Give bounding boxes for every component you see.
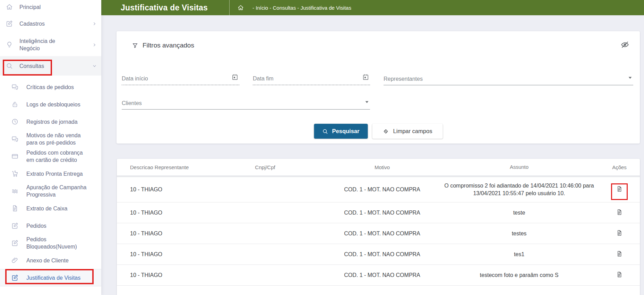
cell-assunto: teste — [439, 209, 599, 217]
chat-icon — [11, 135, 19, 143]
sidebar-item-inteligencia-de-negocio[interactable]: Inteligência de Negócio — [0, 33, 101, 56]
view-justification-button[interactable] — [616, 250, 623, 257]
sidebar-item-label: Inteligência de Negócio — [19, 37, 71, 52]
lightbulb-icon — [6, 41, 13, 49]
clock-icon — [11, 118, 19, 125]
chevron-right-icon — [93, 43, 96, 47]
breadcrumb: - Início - Consultas - Justificativa de … — [252, 5, 351, 11]
date-end-input[interactable] — [253, 70, 370, 85]
sidebar-item-label: Consultas — [19, 62, 71, 70]
credit-card-icon — [11, 153, 19, 160]
calendar-icon[interactable] — [231, 73, 239, 81]
sidebar-item-label: Pedidos — [26, 222, 92, 229]
sidebar-item-pedidos-cartao-credito[interactable]: Pedidos com cobrança em cartão de crédit… — [0, 148, 101, 165]
sidebar-item-principal[interactable]: Principal — [0, 0, 101, 14]
search-icon — [322, 128, 328, 135]
calendar-icon[interactable] — [362, 73, 369, 81]
filter-funnel-icon — [132, 42, 138, 49]
representatives-input[interactable] — [384, 70, 633, 85]
date-start-field[interactable] — [122, 70, 239, 85]
search-button[interactable]: Pesquisar — [314, 124, 368, 139]
sidebar-item-label: Anexo de Cliente — [26, 257, 92, 264]
caret-down-icon[interactable] — [628, 76, 633, 80]
page-header: Justificativa de Visitas - Início - Cons… — [101, 0, 644, 15]
advanced-filters-panel: Filtros avançados Pesquisar Limp — [117, 31, 640, 144]
sidebar-item-consultas[interactable]: Consultas — [0, 56, 101, 76]
view-justification-button[interactable] — [616, 229, 623, 236]
results-table: Descricao Representante Cnpj/Cpf Motivo … — [117, 159, 640, 295]
chevron-down-icon — [93, 64, 96, 68]
view-justification-button[interactable] — [616, 271, 623, 278]
sidebar-item-justificativa-de-visitas[interactable]: Justificativa de Visitas — [0, 269, 101, 286]
date-start-input[interactable] — [122, 70, 239, 85]
caret-down-icon[interactable] — [364, 101, 369, 104]
sidebar-item-label: Extrato de Caixa — [26, 205, 92, 212]
sidebar-item-motivos-de-nao-venda[interactable]: Motivos de não venda para os pré-pedidos — [0, 130, 101, 148]
cell-motivo: COD. 1 - MOT. NAO COMPRA — [325, 251, 439, 258]
sidebar-item-registros-de-jornada[interactable]: Registros de jornada — [0, 113, 101, 130]
view-justification-button[interactable] — [616, 185, 623, 192]
sidebar-item-anexo-de-cliente[interactable]: Anexo de Cliente — [0, 252, 101, 269]
cell-representante: 10 - THIAGO — [117, 210, 205, 216]
table-row: 10 - THIAGO COD. 1 - MOT. NAO COMPRA tes… — [117, 202, 640, 223]
sidebar-item-apuracao-campanha[interactable]: Apuração de Campanha Progressiva — [0, 182, 101, 200]
sidebar-item-label: Apuração de Campanha Progressiva — [26, 184, 92, 198]
clients-select[interactable] — [122, 94, 370, 110]
representatives-select[interactable] — [384, 70, 633, 85]
sidebar-item-extrato-de-caixa[interactable]: Extrato de Caixa — [0, 200, 101, 217]
sidebar-item-logs-de-desbloqueios[interactable]: Logs de desbloqueios — [0, 96, 101, 113]
cell-assunto: O compromisso 2 foi adiantado de 14/04/2… — [439, 182, 599, 197]
sidebar-item-label: Extrato Pronta Entrega — [26, 170, 92, 177]
filters-title: Filtros avançados — [143, 42, 194, 49]
edit-icon — [11, 239, 19, 247]
cart-icon — [11, 170, 19, 177]
chevron-right-icon — [93, 22, 96, 26]
sidebar-item-label: Registros de jornada — [26, 118, 92, 125]
sidebar-item-label: Principal — [19, 3, 71, 11]
search-icon — [6, 62, 13, 70]
table-row: 10 - THIAGO COD. 1 - MOT. NAO COMPRA tes… — [117, 244, 640, 265]
column-header-motivo: Motivo — [325, 164, 439, 170]
sidebar-item-criticas-de-pedidos[interactable]: Críticas de pedidos — [0, 78, 101, 96]
unlock-icon — [11, 101, 19, 108]
cell-motivo: COD. 1 - MOT. NAO COMPRA — [325, 210, 439, 216]
sidebar: Principal Cadastros Inteligência de Negó… — [0, 0, 101, 295]
column-header-cnpj: Cnpj/Cpf — [205, 164, 325, 170]
sidebar-item-label: Justificativa de Visitas — [26, 274, 92, 281]
edit-icon — [11, 222, 19, 229]
date-end-field[interactable] — [253, 70, 370, 85]
main-content: Filtros avançados Pesquisar Limp — [101, 15, 644, 295]
sidebar-item-label: Cadastros — [19, 20, 71, 27]
sidebar-item-cadastros[interactable]: Cadastros — [0, 14, 101, 33]
filter-buttons-row: Pesquisar Limpar campos — [314, 124, 443, 139]
sidebar-item-label: Pedidos com cobrança em cartão de crédit… — [26, 149, 92, 164]
home-icon — [6, 3, 13, 11]
table-row: 10 - THIAGO COD. 1 - MOT. NAO COMPRA O c… — [117, 177, 640, 202]
table-row: 10 - THIAGO COD. 1 - MOT. NAO COMPRA tes… — [117, 265, 640, 286]
sidebar-item-pedidos[interactable]: Pedidos — [0, 217, 101, 234]
sidebar-item-pedidos-bloqueados[interactable]: Pedidos Bloqueados(Nuvem) — [0, 234, 101, 252]
cell-assunto: testecom foto e paraâm como S — [439, 271, 599, 279]
cell-motivo: COD. 1 - MOT. NAO COMPRA — [325, 272, 439, 278]
header-separator — [229, 0, 230, 15]
sidebar-item-label: Pedidos Bloqueados(Nuvem) — [26, 236, 92, 250]
document-icon — [11, 205, 19, 212]
cell-representante: 10 - THIAGO — [117, 251, 205, 258]
chat-icon — [11, 83, 19, 91]
clients-input[interactable] — [122, 94, 370, 109]
sidebar-item-extrato-pronta-entrega[interactable]: Extrato Pronta Entrega — [0, 165, 101, 182]
column-header-acoes: Ações — [599, 164, 640, 170]
waves-icon — [11, 187, 19, 195]
sidebar-item-label: Logs de desbloqueios — [26, 101, 92, 108]
clear-fields-button[interactable]: Limpar campos — [372, 124, 443, 139]
hide-filters-icon[interactable] — [620, 40, 629, 49]
search-button-label: Pesquisar — [332, 128, 360, 135]
clear-button-label: Limpar campos — [393, 128, 432, 135]
cell-representante: 10 - THIAGO — [117, 186, 205, 193]
home-icon[interactable] — [237, 4, 244, 11]
page-title: Justificativa de Visitas — [121, 3, 208, 12]
cell-representante: 10 - THIAGO — [117, 272, 205, 278]
edit-icon — [11, 274, 19, 281]
view-justification-button[interactable] — [616, 209, 623, 216]
edit-icon — [6, 20, 13, 27]
